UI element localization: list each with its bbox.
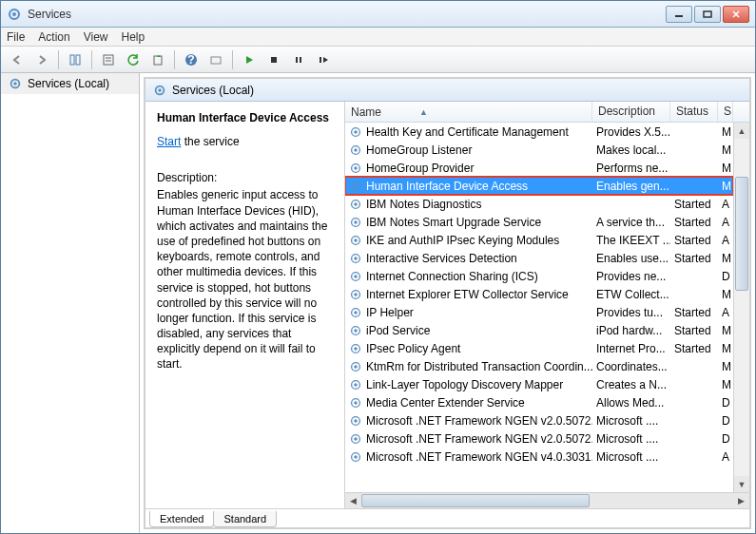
service-name: HomeGroup Listener (366, 143, 472, 157)
service-name: Media Center Extender Service (366, 396, 525, 410)
service-desc: Provides ne... (592, 270, 670, 283)
service-desc: iPod hardw... (592, 324, 670, 337)
service-row[interactable]: Internet Explorer ETW Collector ServiceE… (345, 285, 733, 303)
detail-pane: Human Interface Device Access Start the … (145, 102, 345, 508)
service-desc: Makes local... (592, 143, 670, 157)
close-button[interactable] (723, 6, 749, 23)
gear-icon (349, 396, 362, 410)
vertical-scrollbar[interactable]: ▲ ▼ (733, 123, 749, 492)
show-hide-tree-button[interactable] (65, 49, 86, 70)
right-header-label: Services (Local) (172, 84, 254, 97)
service-status: Started (670, 306, 718, 319)
scroll-up-icon[interactable]: ▲ (734, 123, 749, 139)
service-row[interactable]: IBM Notes Smart Upgrade ServiceA service… (345, 213, 733, 231)
scroll-down-icon[interactable]: ▼ (734, 476, 749, 492)
tab-standard[interactable]: Standard (213, 511, 277, 527)
main-area: Services (Local) Services (Local) Human … (1, 73, 755, 533)
service-row[interactable]: IP HelperProvides tu...StartedA (345, 303, 733, 321)
service-name: IBM Notes Diagnostics (366, 198, 481, 211)
tab-extended[interactable]: Extended (149, 511, 214, 527)
maximize-button[interactable] (694, 6, 721, 23)
service-row[interactable]: KtmRm for Distributed Transaction Coordi… (345, 357, 733, 375)
scroll-left-icon[interactable]: ◀ (345, 493, 361, 509)
hscroll-thumb[interactable] (361, 494, 590, 507)
col-name[interactable]: Name▲ (345, 102, 592, 122)
service-desc: Enables gen... (592, 180, 670, 193)
service-name: Microsoft .NET Framework NGEN v2.0.5072.… (366, 432, 592, 446)
service-row[interactable]: Microsoft .NET Framework NGEN v2.0.5072.… (345, 429, 733, 448)
service-startup: M (718, 125, 733, 139)
scroll-right-icon[interactable]: ▶ (733, 493, 749, 509)
service-row[interactable]: IKE and AuthIP IPsec Keying ModulesThe I… (345, 231, 733, 249)
app-icon (7, 7, 22, 22)
svg-point-56 (354, 419, 358, 423)
toolbar: ? (1, 47, 755, 73)
service-row[interactable]: IBM Notes DiagnosticsStartedA (345, 195, 733, 213)
service-row[interactable]: Health Key and Certificate ManagementPro… (345, 123, 733, 141)
svg-rect-16 (296, 57, 298, 63)
service-desc: Coordinates... (592, 360, 670, 373)
back-button[interactable] (7, 49, 28, 70)
menu-file[interactable]: File (7, 30, 25, 44)
service-name: IP Helper (366, 306, 414, 319)
start-service-button[interactable] (239, 49, 260, 70)
service-row[interactable]: Microsoft .NET Framework NGEN v2.0.5072.… (345, 411, 733, 429)
service-name: Internet Explorer ETW Collector Service (366, 288, 569, 301)
horizontal-scrollbar[interactable]: ◀ ▶ (345, 492, 749, 508)
service-row[interactable]: Link-Layer Topology Discovery MapperCrea… (345, 375, 733, 393)
menu-help[interactable]: Help (122, 30, 145, 44)
vscroll-thumb[interactable] (735, 177, 748, 291)
service-row[interactable]: Internet Connection Sharing (ICS)Provide… (345, 267, 733, 285)
menubar: File Action View Help (1, 28, 755, 47)
pause-service-button[interactable] (288, 49, 309, 70)
service-row[interactable]: iPod ServiceiPod hardw...StartedM (345, 321, 733, 339)
window-title: Services (28, 8, 666, 21)
properties-button[interactable] (98, 49, 119, 70)
stop-service-button[interactable] (263, 49, 284, 70)
help-button[interactable]: ? (181, 49, 202, 70)
gear-icon (349, 378, 362, 391)
service-row[interactable]: HomeGroup ListenerMakes local...M (345, 141, 733, 159)
col-status[interactable]: Status (670, 102, 718, 122)
minimize-button[interactable] (666, 6, 692, 23)
service-startup: D (718, 432, 733, 446)
service-name: Link-Layer Topology Discovery Mapper (366, 378, 563, 391)
service-startup: A (718, 198, 733, 211)
menu-action[interactable]: Action (38, 30, 69, 44)
toolbar-icon[interactable] (205, 49, 226, 70)
tree-pane: Services (Local) (1, 73, 140, 533)
restart-service-button[interactable] (313, 49, 334, 70)
svg-point-58 (354, 437, 358, 441)
service-row[interactable]: IPsec Policy AgentInternet Pro...Started… (345, 339, 733, 357)
menu-view[interactable]: View (84, 30, 108, 44)
gear-icon (9, 77, 22, 90)
refresh-button[interactable] (123, 49, 144, 70)
service-row[interactable]: Interactive Services DetectionEnables us… (345, 249, 733, 267)
service-name: IPsec Policy Agent (366, 342, 460, 355)
col-description[interactable]: Description (592, 102, 670, 122)
svg-point-1 (12, 12, 16, 16)
svg-point-40 (354, 275, 358, 278)
service-status: Started (670, 324, 718, 337)
service-row[interactable]: Media Center Extender ServiceAllows Med.… (345, 393, 733, 411)
detail-title: Human Interface Device Access (157, 111, 333, 124)
svg-rect-14 (211, 57, 221, 64)
service-row[interactable]: Human Interface Device AccessEnables gen… (345, 177, 733, 195)
service-desc: Microsoft .... (592, 432, 670, 446)
service-desc: Microsoft .... (592, 450, 670, 464)
service-row[interactable]: HomeGroup ProviderPerforms ne...M (345, 159, 733, 177)
service-desc: A service th... (592, 216, 670, 229)
view-tabs: Extended Standard (145, 508, 749, 527)
svg-point-60 (354, 455, 358, 459)
sort-asc-icon: ▲ (419, 107, 428, 117)
service-row[interactable]: Microsoft .NET Framework NGEN v4.0.3031.… (345, 448, 733, 466)
forward-button[interactable] (31, 49, 52, 70)
service-startup: M (718, 252, 733, 265)
tree-node-services-local[interactable]: Services (Local) (1, 73, 139, 94)
service-startup: M (718, 360, 733, 373)
gear-icon (349, 234, 362, 247)
col-startup[interactable]: S (718, 102, 733, 122)
start-service-link[interactable]: Start (157, 135, 181, 148)
service-desc: Enables use... (592, 252, 670, 265)
export-button[interactable] (147, 49, 168, 70)
